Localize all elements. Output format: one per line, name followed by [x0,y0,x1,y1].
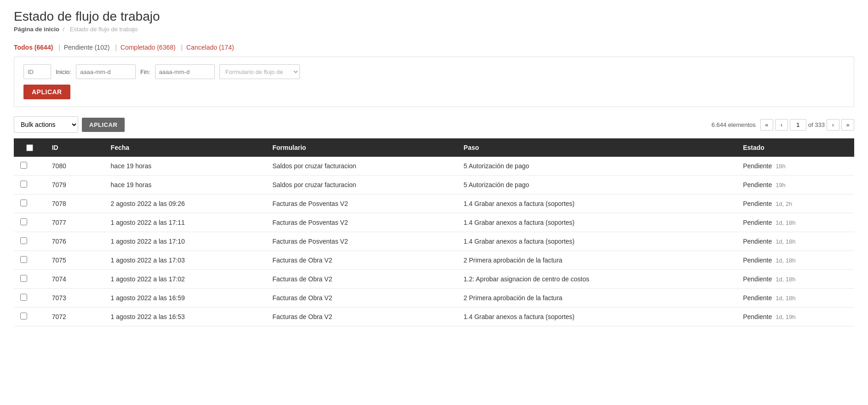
last-page-button[interactable]: » [841,119,854,131]
cell-id: 7073 [46,289,104,308]
cell-formulario: Facturas de Obra V2 [266,289,457,308]
cell-estado: Pendiente 1d, 18h [736,213,854,232]
cell-id: 7072 [46,308,104,326]
cell-paso: 2 Primera aprobación de la factura [457,251,736,270]
table-row: 7073 1 agosto 2022 a las 16:59 Facturas … [14,289,854,308]
cell-estado: Pendiente 1d, 2h [736,194,854,213]
tab-completado[interactable]: Completado (6368) [121,44,178,51]
tab-separator-3: | [181,44,183,51]
cell-estado: Pendiente 18h [736,157,854,176]
fin-label: Fin: [140,68,150,75]
cell-paso: 1.4 Grabar anexos a factura (soportes) [457,213,736,232]
cell-fecha: 1 agosto 2022 a las 17:02 [104,270,266,289]
breadcrumb-current: Estado de flujo de trabajo [70,26,138,33]
prev-page-button[interactable]: ‹ [775,119,788,131]
table-row: 7077 1 agosto 2022 a las 17:11 Facturas … [14,213,854,232]
row-checkbox-4[interactable] [20,237,27,244]
cell-fecha: hace 19 horas [104,176,266,194]
filter-box: Inicio: Fin: Formulario de flujo de APLI… [14,57,854,107]
page-title: Estado de flujo de trabajo [14,9,854,24]
row-checkbox-8[interactable] [20,313,27,319]
header-estado: Estado [736,138,854,157]
cell-paso: 1.2: Aprobar asignacion de centro de cos… [457,270,736,289]
cell-fecha: 1 agosto 2022 a las 17:10 [104,232,266,251]
filter-tabs: Todos (6644) | Pendiente (102) | Complet… [14,44,854,51]
cell-formulario: Facturas de Obra V2 [266,308,457,326]
header-fecha: Fecha [104,138,266,157]
bulk-actions-select[interactable]: Bulk actions [14,116,78,133]
cell-paso: 5 Autorización de pago [457,176,736,194]
cell-fecha: 1 agosto 2022 a las 16:59 [104,289,266,308]
cell-fecha: 1 agosto 2022 a las 16:53 [104,308,266,326]
cell-formulario: Facturas de Posventas V2 [266,194,457,213]
breadcrumb-separator: / [63,26,65,33]
row-checkbox-0[interactable] [20,162,27,169]
header-formulario: Formulario [266,138,457,157]
row-checkbox-6[interactable] [20,275,27,282]
total-items: 6.644 elementos [712,121,756,128]
cell-fecha: 2 agosto 2022 a las 09:26 [104,194,266,213]
tab-pendiente[interactable]: Pendiente (102) [64,44,112,51]
cell-formulario: Facturas de Obra V2 [266,251,457,270]
page-input[interactable] [790,119,806,131]
workflow-table: ID Fecha Formulario Paso Estado 7080 h [14,138,854,326]
header-id: ID [46,138,104,157]
tab-separator-2: | [115,44,117,51]
row-checkbox-7[interactable] [20,294,27,301]
table-row: 7074 1 agosto 2022 a las 17:02 Facturas … [14,270,854,289]
header-paso: Paso [457,138,736,157]
cell-estado: Pendiente 1d, 18h [736,251,854,270]
table-row: 7072 1 agosto 2022 a las 16:53 Facturas … [14,308,854,326]
cell-fecha: hace 19 horas [104,157,266,176]
cell-id: 7080 [46,157,104,176]
id-input[interactable] [23,64,51,79]
cell-id: 7079 [46,176,104,194]
cell-paso: 5 Autorización de pago [457,157,736,176]
bulk-apply-button[interactable]: APLICAR [82,118,125,132]
breadcrumb-home-link[interactable]: Página de inicio [14,26,59,33]
inicio-input[interactable] [76,64,136,79]
fin-input[interactable] [155,64,215,79]
table-row: 7076 1 agosto 2022 a las 17:10 Facturas … [14,232,854,251]
breadcrumb: Página de inicio / Estado de flujo de tr… [14,26,854,33]
cell-estado: Pendiente 1d, 18h [736,232,854,251]
toolbar: Bulk actions APLICAR 6.644 elementos « ‹… [14,116,854,133]
toolbar-right: 6.644 elementos « ‹ of 333 › » [712,119,854,131]
row-checkbox-1[interactable] [20,181,27,188]
cell-id: 7077 [46,213,104,232]
table-row: 7079 hace 19 horas Saldos por cruzar fac… [14,176,854,194]
cell-id: 7076 [46,232,104,251]
cell-estado: Pendiente 1d, 18h [736,270,854,289]
first-page-button[interactable]: « [760,119,773,131]
cell-fecha: 1 agosto 2022 a las 17:03 [104,251,266,270]
table-row: 7080 hace 19 horas Saldos por cruzar fac… [14,157,854,176]
cell-estado: Pendiente 19h [736,176,854,194]
tab-separator-1: | [58,44,60,51]
tab-cancelado[interactable]: Cancelado (174) [186,44,234,51]
cell-paso: 1.4 Grabar anexos a factura (soportes) [457,232,736,251]
row-checkbox-5[interactable] [20,256,27,263]
row-checkbox-3[interactable] [20,218,27,225]
cell-id: 7075 [46,251,104,270]
toolbar-left: Bulk actions APLICAR [14,116,125,133]
row-checkbox-2[interactable] [20,200,27,206]
cell-paso: 1.4 Grabar anexos a factura (soportes) [457,194,736,213]
next-page-button[interactable]: › [827,119,839,131]
cell-formulario: Facturas de Posventas V2 [266,232,457,251]
cell-estado: Pendiente 1d, 18h [736,289,854,308]
cell-formulario: Facturas de Posventas V2 [266,213,457,232]
cell-estado: Pendiente 1d, 19h [736,308,854,326]
cell-formulario: Facturas de Obra V2 [266,270,457,289]
select-all-checkbox[interactable] [26,144,33,151]
formulario-select[interactable]: Formulario de flujo de [219,64,300,79]
apply-filter-button[interactable]: APLICAR [23,85,70,99]
cell-id: 7074 [46,270,104,289]
tab-todos[interactable]: Todos (6644) [14,44,55,51]
cell-formulario: Saldos por cruzar facturacion [266,176,457,194]
cell-paso: 1.4 Grabar anexos a factura (soportes) [457,308,736,326]
page-of: of 333 [808,121,825,128]
cell-fecha: 1 agosto 2022 a las 17:11 [104,213,266,232]
cell-id: 7078 [46,194,104,213]
cell-formulario: Saldos por cruzar facturacion [266,157,457,176]
inicio-label: Inicio: [56,68,71,75]
